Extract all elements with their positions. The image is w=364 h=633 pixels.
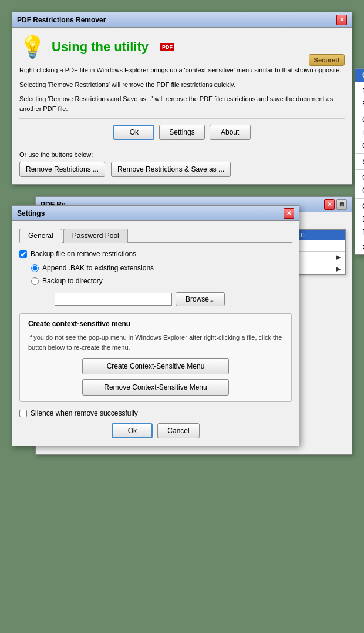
context-menu-item-9[interactable]: Create Shortcut [355, 200, 364, 213]
backup-checkbox[interactable] [19, 250, 27, 258]
browse-button[interactable]: Browse... [176, 292, 225, 306]
backup-checkbox-row: Backup file on remove restrictions [19, 250, 292, 258]
context-divider-5 [355, 198, 364, 199]
bottom-button-row: Remove Restrictions ... Remove Restricti… [19, 162, 345, 177]
desc1: Right-clicking a PDF file in Windows Exp… [19, 65, 345, 75]
about-button[interactable]: About [210, 125, 251, 140]
context-divider-2 [355, 112, 364, 112]
append-radio[interactable] [31, 264, 39, 272]
settings-button[interactable]: Settings [159, 125, 204, 140]
backup-dir-radio[interactable] [31, 277, 39, 285]
window-stack: PDF Re... ✕ ⊠ 💡 Using the utility Right-… [12, 196, 352, 478]
desc3: Selecting 'Remove Restrictions and Save … [19, 94, 345, 113]
context-menu-item-7[interactable]: Cut [355, 171, 364, 184]
append-label: Append .BAK to existing extensions [42, 264, 154, 272]
settings-cancel-btn[interactable]: Cancel [157, 423, 199, 438]
radio-group: Append .BAK to existing extensions Backu… [31, 264, 292, 306]
main-dialog: PDF Restrictions Remover ✕ 💡 Using the u… [12, 12, 352, 185]
backup-dir-radio-row: Backup to directory [31, 277, 292, 285]
context-divider-6 [355, 240, 364, 240]
header-title: Using the utility [52, 39, 149, 55]
main-title-bar: PDF Restrictions Remover ✕ [12, 12, 352, 28]
remove-and-save-button[interactable]: Remove Restrictions & Save as ... [111, 162, 231, 177]
secured-badge: Secured [309, 54, 345, 66]
silence-checkbox[interactable] [19, 410, 27, 417]
or-text: Or use the buttons below: [19, 151, 345, 158]
settings-dialog: Settings ✕ General Password Pool Backup … [12, 205, 299, 446]
context-section-desc: If you do not see the pop-up menu in Win… [28, 333, 283, 352]
context-menu-item-2[interactable]: Remove Restrict & Save as ... [355, 98, 364, 110]
context-menu-item-1[interactable]: Remove Restrict [355, 85, 364, 98]
main-button-row: Ok Settings About [19, 125, 345, 140]
context-menu-item-6[interactable]: Send To ▶ [355, 155, 364, 168]
settings-title-bar: Settings ✕ [12, 206, 299, 221]
tab-password-pool[interactable]: Password Pool [63, 229, 128, 243]
tabs: General Password Pool [19, 228, 292, 243]
context-divider-1 [355, 83, 364, 83]
bg-close-btn[interactable]: ✕ [324, 199, 335, 210]
context-menu-item-8[interactable]: Copy [355, 184, 364, 197]
remove-context-menu-btn[interactable]: Remove Context-Sensitive Menu [82, 379, 229, 396]
context-menu-item-11[interactable]: Rename [355, 226, 364, 239]
main-close-button[interactable]: ✕ [336, 15, 347, 25]
context-menu: Open with Adobe Reader 7.0 Remove Restri… [355, 68, 364, 255]
context-divider-3 [355, 153, 364, 154]
backup-label: Backup file on remove restrictions [31, 250, 136, 258]
main-title: PDF Restrictions Remover [17, 16, 106, 24]
context-menu-item-5[interactable]: Open With ▶ [355, 139, 364, 152]
bg-maximize-btn[interactable]: ⊠ [336, 199, 347, 210]
header-area: 💡 Using the utility PDF [19, 35, 345, 59]
ok-button[interactable]: Ok [113, 125, 154, 140]
desc2: Selecting 'Remove Restrictions' will rem… [19, 80, 345, 90]
context-menu-item-0[interactable]: Open with Adobe Reader 7.0 [355, 69, 364, 82]
context-menu-item-4[interactable]: Print [355, 126, 364, 139]
settings-ok-cancel: Ok Cancel [19, 423, 292, 438]
settings-ok-btn[interactable]: Ok [112, 423, 153, 438]
backup-dir-label: Backup to directory [42, 277, 103, 285]
tab-general[interactable]: General [19, 229, 62, 243]
context-menu-item-10[interactable]: Delete [355, 213, 364, 226]
silence-label: Silence when remove successfully [31, 409, 138, 417]
pdf-icon: PDF [160, 43, 174, 51]
browse-row: Browse... [55, 292, 292, 306]
backup-dir-input[interactable] [55, 293, 172, 306]
context-menu-buttons: Create Context-Sensitive Menu Remove Con… [28, 358, 283, 396]
bulb-icon: 💡 [19, 35, 46, 59]
settings-content: General Password Pool Backup file on rem… [12, 221, 299, 446]
settings-close-btn[interactable]: ✕ [284, 208, 294, 219]
context-section-title: Create context-sensitive menu [28, 320, 283, 328]
remove-restrictions-button[interactable]: Remove Restrictions ... [19, 162, 105, 177]
silence-checkbox-row: Silence when remove successfully [19, 409, 292, 417]
append-radio-row: Append .BAK to existing extensions [31, 264, 292, 272]
settings-title: Settings [17, 209, 45, 217]
context-menu-item-3[interactable]: Open [355, 113, 364, 126]
context-menu-section: Create context-sensitive menu If you do … [19, 313, 292, 402]
context-menu-item-12[interactable]: Properties [355, 242, 364, 254]
create-context-menu-btn[interactable]: Create Context-Sensitive Menu [82, 358, 229, 374]
context-divider-4 [355, 169, 364, 170]
